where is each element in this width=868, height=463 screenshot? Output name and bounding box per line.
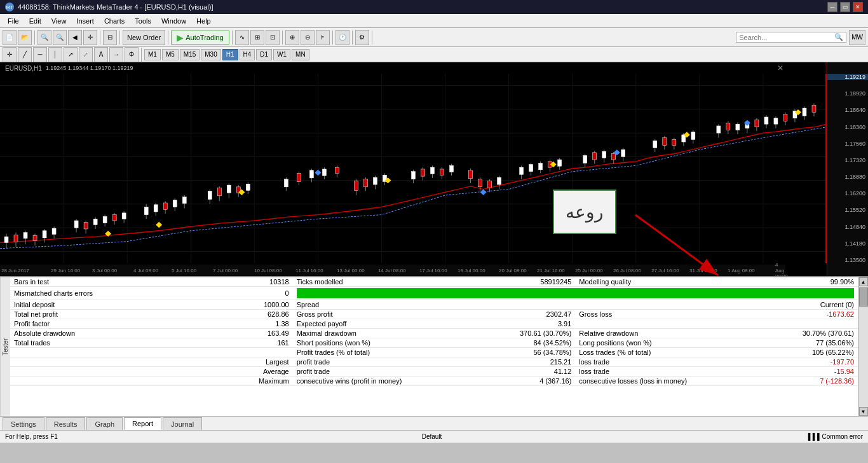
- price-axis: 1.19219 1.18920 1.18640 1.18360 1.17560 …: [827, 62, 868, 276]
- arrow-tool[interactable]: →: [109, 47, 123, 62]
- menu-charts[interactable]: Charts: [99, 16, 130, 26]
- menu-tools[interactable]: Tools: [130, 16, 156, 26]
- val-gross-loss: -1673.62: [758, 310, 858, 319]
- svg-rect-63: [246, 184, 250, 190]
- tf-d1[interactable]: D1: [256, 49, 272, 60]
- open-btn[interactable]: 📂: [18, 30, 32, 45]
- menu-insert[interactable]: Insert: [71, 16, 99, 26]
- menu-window[interactable]: Window: [156, 16, 191, 26]
- chart-right-border: [825, 62, 827, 263]
- crosshair-btn[interactable]: ✛: [83, 30, 97, 45]
- hline-tool[interactable]: ─: [33, 47, 47, 62]
- tf-h4[interactable]: H4: [240, 49, 255, 60]
- results-area[interactable]: Bars in test 10318 Ticks modelled 589192…: [10, 277, 858, 416]
- val-rel-drawdown: 30.70% (370.61): [758, 329, 858, 338]
- chart-canvas[interactable]: EURUSD,H1 1.19245 1.19344 1.19170 1.1921…: [0, 62, 827, 276]
- svg-rect-37: [93, 219, 97, 225]
- svg-rect-57: [217, 188, 221, 196]
- minimize-btn[interactable]: ─: [827, 2, 837, 12]
- zoom-out-btn[interactable]: 🔍: [53, 30, 67, 45]
- new-order-btn[interactable]: New Order: [123, 30, 165, 45]
- tab-journal[interactable]: Journal: [163, 417, 202, 430]
- zoom-minus-btn[interactable]: ⊖: [301, 30, 315, 45]
- svg-rect-75: [354, 181, 358, 191]
- chart-shift-btn[interactable]: ⊧: [316, 30, 330, 45]
- restore-btn[interactable]: ▭: [840, 2, 850, 12]
- clock-btn[interactable]: 🕐: [336, 30, 349, 45]
- svg-marker-155: [315, 170, 321, 176]
- menu-file[interactable]: File: [3, 16, 24, 26]
- val-current: Current (0): [758, 300, 858, 310]
- period-sep-btn[interactable]: ⊟: [103, 30, 117, 45]
- new-chart-btn[interactable]: 📄: [3, 30, 17, 45]
- menu-view[interactable]: View: [46, 16, 72, 26]
- profile-btn[interactable]: ⊡: [266, 30, 280, 45]
- menu-help[interactable]: Help: [191, 16, 216, 26]
- status-center: Default: [422, 433, 442, 440]
- label-profit-trade-a: profit trade: [293, 367, 476, 377]
- tf-mn[interactable]: MN: [292, 49, 309, 60]
- trendline-tool[interactable]: ↗: [64, 47, 78, 62]
- vline-tool[interactable]: │: [48, 47, 62, 62]
- tf-w1[interactable]: W1: [273, 49, 290, 60]
- results-wrapper: Tester Bars in test 10318 Ticks modelled…: [0, 277, 868, 416]
- search-box[interactable]: 🔍: [736, 32, 846, 43]
- label-gross-profit: Gross profit: [293, 310, 476, 319]
- tf-m30[interactable]: M30: [201, 49, 220, 60]
- label-maximum: Maximum: [193, 377, 293, 386]
- time-label-15: 25 Jul 00:00: [575, 268, 603, 273]
- tab-results[interactable]: Results: [46, 417, 86, 430]
- svg-rect-45: [144, 207, 148, 215]
- val-gross-profit: 2302.47: [475, 310, 575, 319]
- tf-h1[interactable]: H1: [222, 49, 238, 60]
- text-tool[interactable]: A: [94, 47, 108, 62]
- line-tool[interactable]: ╱: [18, 47, 32, 62]
- label-mismatched: Mismatched charts errors: [10, 287, 193, 300]
- svg-rect-41: [112, 215, 116, 221]
- tab-report[interactable]: Report: [124, 417, 161, 430]
- svg-rect-71: [322, 169, 326, 176]
- tab-graph[interactable]: Graph: [86, 417, 123, 430]
- svg-rect-141: [764, 117, 768, 124]
- time-label-11: 17 Jul 16:00: [419, 268, 447, 273]
- chart-close-btn[interactable]: ✕: [777, 64, 783, 73]
- svg-rect-93: [469, 170, 473, 179]
- svg-rect-55: [208, 191, 212, 199]
- app-icon: MT: [5, 3, 14, 11]
- autotrading-btn[interactable]: ▶ AutoTrading: [171, 31, 229, 45]
- label-long-pos: Long positions (won %): [575, 338, 758, 348]
- time-label-12: 19 Jul 00:00: [458, 268, 485, 273]
- label-loss-trades: Loss trades (% of total): [575, 348, 758, 357]
- options-btn[interactable]: ⚙: [355, 30, 369, 45]
- results-scrollbar[interactable]: ▲ ▼: [858, 277, 868, 416]
- indicator-btn[interactable]: ∿: [235, 30, 249, 45]
- market-watch-btn[interactable]: MW: [849, 30, 865, 45]
- label-profit-trades: Profit trades (% of total): [293, 348, 476, 357]
- close-btn[interactable]: ✕: [853, 2, 863, 12]
- tab-settings[interactable]: Settings: [3, 417, 44, 430]
- zoom-in-btn[interactable]: 🔍: [37, 30, 51, 45]
- val-profit-factor: 1.38: [193, 319, 293, 329]
- val-consec-losses: 7 (-128.36): [758, 377, 858, 386]
- scroll-thumb[interactable]: [859, 287, 868, 307]
- search-input[interactable]: [739, 34, 834, 41]
- zoom-fit-btn[interactable]: ⊕: [285, 30, 299, 45]
- tf-m15[interactable]: M15: [180, 49, 200, 60]
- menu-edit[interactable]: Edit: [24, 16, 46, 26]
- crosshair-tool[interactable]: ✛: [3, 47, 17, 62]
- label-consec-losses: consecutive losses (loss in money): [575, 377, 758, 386]
- scroll-up-btn[interactable]: ▲: [859, 277, 868, 286]
- svg-rect-115: [602, 151, 606, 158]
- label-short-pos: Short positions (won %): [293, 338, 476, 348]
- scroll-btn[interactable]: ◀: [68, 30, 82, 45]
- scroll-down-btn[interactable]: ▼: [859, 407, 868, 416]
- svg-rect-97: [488, 181, 492, 188]
- template-btn[interactable]: ⊞: [250, 30, 264, 45]
- channel-tool[interactable]: ⟋: [79, 47, 93, 62]
- draw-toolbar: ✛ ╱ ─ │ ↗ ⟋ A → Φ M1 M5 M15 M30 H1 H4 D1…: [0, 47, 868, 62]
- fib-tool[interactable]: Φ: [125, 47, 139, 62]
- tf-m5[interactable]: M5: [162, 49, 179, 60]
- tf-m1[interactable]: M1: [144, 49, 161, 60]
- svg-rect-145: [783, 114, 787, 121]
- svg-rect-65: [284, 179, 288, 187]
